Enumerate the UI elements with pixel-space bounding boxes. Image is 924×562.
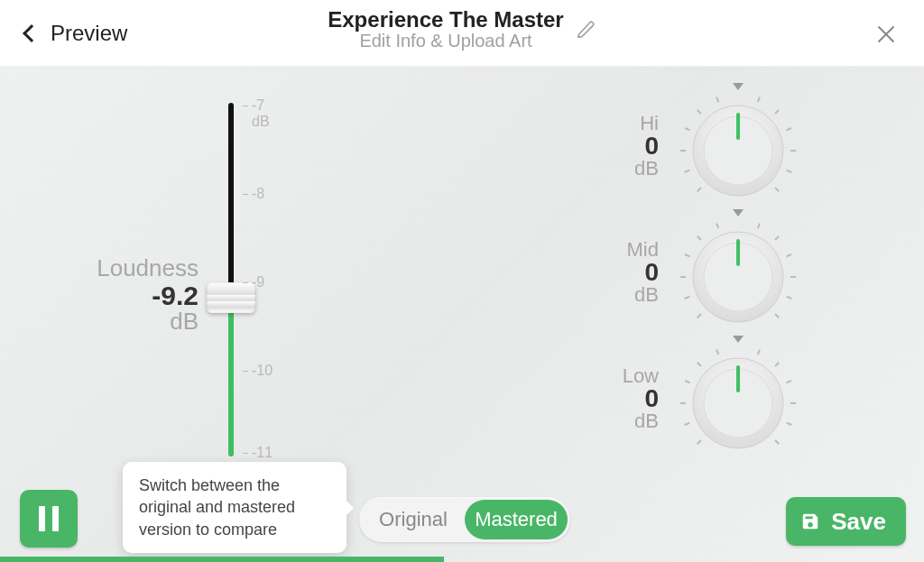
svg-line-3 (685, 128, 690, 130)
eq-row-hi: Hi 0 dB (558, 83, 810, 209)
loudness-unit: dB (63, 308, 199, 336)
eq-low-knob[interactable] (666, 336, 810, 462)
eq-low-unit: dB (587, 410, 659, 433)
eq-mid-knob[interactable] (666, 209, 810, 336)
svg-line-0 (698, 188, 701, 191)
eq-row-mid: Mid 0 dB (558, 209, 810, 336)
pause-icon (39, 506, 59, 531)
toggle-original[interactable]: Original (362, 500, 465, 539)
save-icon (800, 511, 820, 531)
svg-line-19 (698, 236, 701, 240)
eq-panel: Hi 0 dB (558, 83, 810, 462)
svg-line-34 (698, 363, 701, 366)
svg-line-7 (775, 110, 779, 114)
svg-line-4 (698, 110, 701, 114)
svg-line-33 (685, 381, 690, 382)
playback-progress[interactable] (0, 557, 444, 562)
svg-line-37 (775, 363, 779, 366)
svg-line-25 (787, 297, 792, 299)
svg-line-21 (758, 224, 760, 229)
bottom-bar: Switch between the original and mastered… (0, 481, 924, 562)
eq-hi-knob[interactable] (666, 83, 810, 209)
svg-line-41 (775, 440, 779, 444)
chevron-left-icon (23, 24, 41, 42)
svg-line-35 (716, 350, 718, 355)
svg-line-15 (698, 314, 701, 318)
svg-line-10 (787, 170, 792, 172)
toggle-mastered[interactable]: Mastered (465, 500, 568, 539)
svg-line-36 (758, 350, 760, 355)
page-subtitle: Edit Info & Upload Art (328, 31, 563, 51)
svg-line-40 (787, 423, 792, 425)
slider-track-lower (228, 310, 234, 456)
pencil-icon (577, 20, 596, 40)
eq-hi-unit: dB (587, 157, 659, 180)
back-button[interactable]: Preview (0, 21, 127, 46)
header: Preview Experience The Master Edit Info … (0, 0, 924, 67)
slider-track-upper (228, 103, 234, 285)
save-button[interactable]: Save (786, 497, 906, 546)
compare-toggle[interactable]: Original Mastered (359, 497, 570, 542)
svg-line-30 (698, 440, 701, 444)
workspace: Loudness -9.2 dB -7dB -8 -9 -10 -11 Hi 0… (0, 67, 924, 562)
loudness-readout: Loudness -9.2 dB (63, 254, 199, 336)
tooltip: Switch between the original and mastered… (123, 462, 346, 553)
svg-line-16 (685, 297, 690, 299)
svg-line-23 (786, 254, 791, 256)
save-label: Save (831, 508, 886, 536)
svg-line-18 (685, 254, 690, 256)
svg-line-31 (685, 423, 690, 425)
tooltip-text: Switch between the original and mastered… (139, 476, 295, 539)
svg-line-20 (716, 224, 718, 229)
svg-line-5 (716, 97, 718, 103)
slider-handle[interactable] (207, 282, 255, 313)
page-title: Experience The Master (328, 7, 563, 32)
svg-line-1 (685, 170, 690, 172)
pause-button[interactable] (20, 490, 78, 548)
loudness-value: -9.2 (63, 281, 199, 311)
back-label: Preview (51, 21, 127, 46)
svg-line-26 (775, 314, 779, 318)
close-button[interactable] (875, 23, 897, 45)
eq-mid-unit: dB (587, 283, 659, 307)
svg-line-38 (786, 381, 791, 382)
loudness-label: Loudness (63, 254, 199, 282)
svg-line-11 (775, 188, 779, 191)
svg-line-6 (758, 97, 760, 103)
loudness-slider[interactable]: -7dB -8 -9 -10 -11 (212, 103, 284, 459)
eq-row-low: Low 0 dB (558, 336, 810, 462)
svg-line-22 (775, 236, 779, 240)
svg-line-8 (786, 128, 791, 130)
title-edit-button[interactable]: Experience The Master Edit Info & Upload… (328, 7, 596, 51)
